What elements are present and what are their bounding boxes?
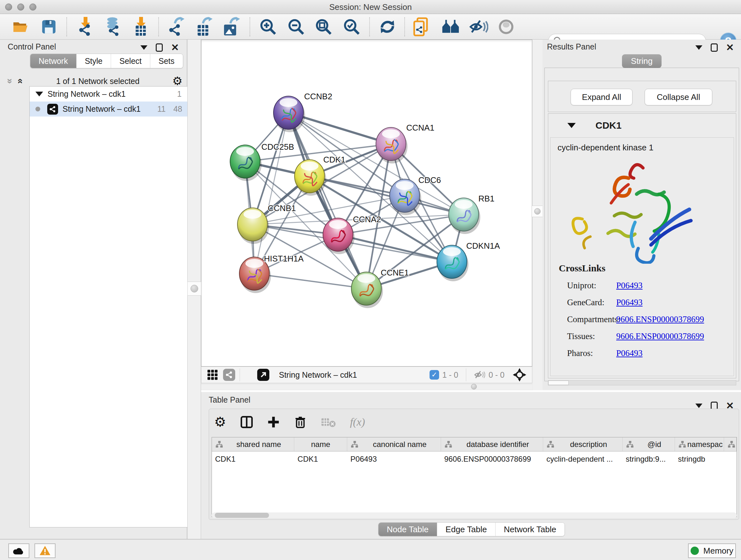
import-network-from-database-button[interactable] <box>103 17 123 37</box>
column-header-stub[interactable] <box>724 437 737 451</box>
node-CDC6[interactable]: CDC6 <box>390 175 441 215</box>
results-panel-title: Results Panel <box>547 42 596 51</box>
crosslink-link[interactable]: P06493 <box>616 281 643 291</box>
column-header-canonical-name[interactable]: canonical name <box>347 437 441 451</box>
control-panel-close-icon[interactable]: ✕ <box>171 44 179 51</box>
show-columns-icon[interactable] <box>240 415 253 429</box>
tab-network-table[interactable]: Network Table <box>495 523 564 536</box>
import-network-button[interactable] <box>76 17 94 37</box>
table-cell[interactable]: P06493 <box>347 455 441 463</box>
tab-style[interactable]: Style <box>77 54 111 68</box>
expand-all-button[interactable]: Expand All <box>570 89 632 105</box>
edge-HIST1H1A-CCNE1[interactable] <box>254 273 366 289</box>
node-CDKN1A[interactable]: CDKN1A <box>437 241 500 281</box>
node-CCNE1[interactable]: CCNE1 <box>351 268 409 308</box>
tab-sets[interactable]: Sets <box>150 54 183 68</box>
column-header-@id[interactable]: @id <box>623 437 675 451</box>
collapse-all-networks-icon[interactable]: » <box>5 78 16 84</box>
birdseye-crosshair-icon[interactable] <box>513 368 526 381</box>
control-panel-float-icon[interactable] <box>156 44 163 52</box>
crosslink-link[interactable]: P06493 <box>616 348 643 358</box>
table-options-gear-icon[interactable]: ⚙ <box>214 416 226 428</box>
table-cell[interactable]: cyclin-dependent ... <box>543 455 623 463</box>
hide-selected-button[interactable] <box>469 18 488 35</box>
tab-network[interactable]: Network <box>30 54 77 68</box>
export-image-button[interactable] <box>221 17 240 37</box>
results-panel-collapse-icon[interactable] <box>695 45 702 50</box>
column-header-name[interactable]: name <box>294 437 347 451</box>
collection-expand-caret[interactable] <box>36 91 43 97</box>
edge-CCNB2-HIST1H1A[interactable] <box>254 113 288 273</box>
left-splitter[interactable] <box>187 40 201 539</box>
delete-table-icon[interactable] <box>321 417 336 428</box>
node-HIST1H1A[interactable]: HIST1H1A <box>239 254 304 293</box>
control-panel-collapse-icon[interactable] <box>140 45 147 50</box>
horizontal-splitter-handle[interactable] <box>471 384 477 389</box>
zoom-fit-button[interactable] <box>315 18 333 36</box>
zoom-in-button[interactable] <box>259 18 277 36</box>
results-hscrollbar[interactable] <box>548 380 736 385</box>
clone-network-button[interactable] <box>412 17 431 37</box>
export-network-button[interactable] <box>166 17 185 37</box>
column-header-database-identifier[interactable]: database identifier <box>441 437 543 451</box>
table-hscrollbar[interactable] <box>212 512 737 518</box>
cloud-status-button[interactable] <box>8 543 29 558</box>
delete-column-trash-icon[interactable] <box>294 415 307 429</box>
create-column-plus-icon[interactable] <box>267 416 280 428</box>
crosslink-link[interactable]: 9606.ENSP00000378699 <box>616 314 704 324</box>
zoom-selected-button[interactable] <box>343 18 360 36</box>
right-splitter-handle[interactable] <box>532 206 543 217</box>
apply-style-refresh-button[interactable] <box>379 18 396 36</box>
network-view-share-icon[interactable] <box>223 369 235 381</box>
network-collection-row[interactable]: String Network – cdk1 1 <box>30 86 187 102</box>
crosslink-link[interactable]: 9606.ENSP00000378699 <box>616 331 704 341</box>
left-splitter-handle[interactable] <box>187 282 201 296</box>
gene-expand-caret[interactable] <box>567 123 576 128</box>
column-header-description[interactable]: description <box>543 437 623 451</box>
collapse-all-button[interactable]: Collapse All <box>645 89 712 105</box>
results-panel-float-icon[interactable] <box>711 44 718 52</box>
table-hscroll-thumb[interactable] <box>215 513 269 518</box>
gene-section-header[interactable]: CDK1 <box>548 114 736 137</box>
network-options-gear-icon[interactable]: ⚙ <box>172 75 183 87</box>
node-CCNB1[interactable]: CCNB1 <box>238 203 296 244</box>
table-panel-collapse-icon[interactable] <box>695 403 702 408</box>
tab-select[interactable]: Select <box>111 54 150 68</box>
column-header-namespac[interactable]: namespac <box>675 437 724 451</box>
horizontal-splitter[interactable] <box>201 384 532 389</box>
table-panel-close-icon[interactable]: ✕ <box>726 402 734 409</box>
table-row[interactable]: CDK1CDK1P064939606.ENSP00000378699cyclin… <box>212 451 737 467</box>
right-splitter[interactable] <box>533 40 542 390</box>
detach-view-icon[interactable] <box>257 369 269 381</box>
tab-node-table[interactable]: Node Table <box>379 523 437 536</box>
tab-edge-table[interactable]: Edge Table <box>437 523 495 536</box>
zoom-out-button[interactable] <box>287 18 305 36</box>
column-header-shared-name[interactable]: shared name <box>212 437 294 451</box>
table-cell[interactable]: CDK1 <box>212 455 294 463</box>
warnings-button[interactable] <box>35 543 56 558</box>
memory-button[interactable]: Memory <box>688 543 736 558</box>
selected-checkbox-icon[interactable]: ✓ <box>429 370 439 380</box>
expand-all-networks-icon[interactable]: « <box>15 78 26 84</box>
network-row[interactable]: String Network – cdk1 11 48 <box>30 102 187 117</box>
table-cell[interactable]: CDK1 <box>294 455 347 463</box>
tab-string[interactable]: String <box>622 54 662 68</box>
node-CCNA2[interactable]: CCNA2 <box>323 214 381 254</box>
open-session-button[interactable] <box>12 20 30 34</box>
node-RB1[interactable]: RB1 <box>449 194 495 234</box>
export-table-button[interactable] <box>194 17 212 37</box>
grid-view-icon[interactable] <box>206 369 219 381</box>
first-neighbors-button[interactable] <box>442 19 460 35</box>
table-container: ⚙ f(x) shared namenamecanonical namedata… <box>209 409 739 520</box>
show-all-button[interactable] <box>498 18 515 35</box>
crosslink-link[interactable]: P06493 <box>616 298 643 307</box>
results-hscroll-thumb[interactable] <box>548 381 569 385</box>
results-panel-close-icon[interactable]: ✕ <box>726 44 734 51</box>
network-canvas[interactable]: CCNB2CCNA1CDC25BCDK1CDC6RB1CCNB1CCNA2CDK… <box>201 40 532 367</box>
save-session-button[interactable] <box>41 19 57 35</box>
import-table-button[interactable] <box>131 17 150 37</box>
table-cell[interactable]: stringdb <box>675 455 724 463</box>
function-builder-icon[interactable]: f(x) <box>350 416 365 428</box>
table-cell[interactable]: stringdb:9... <box>623 455 675 463</box>
table-cell[interactable]: 9606.ENSP00000378699 <box>441 455 543 463</box>
